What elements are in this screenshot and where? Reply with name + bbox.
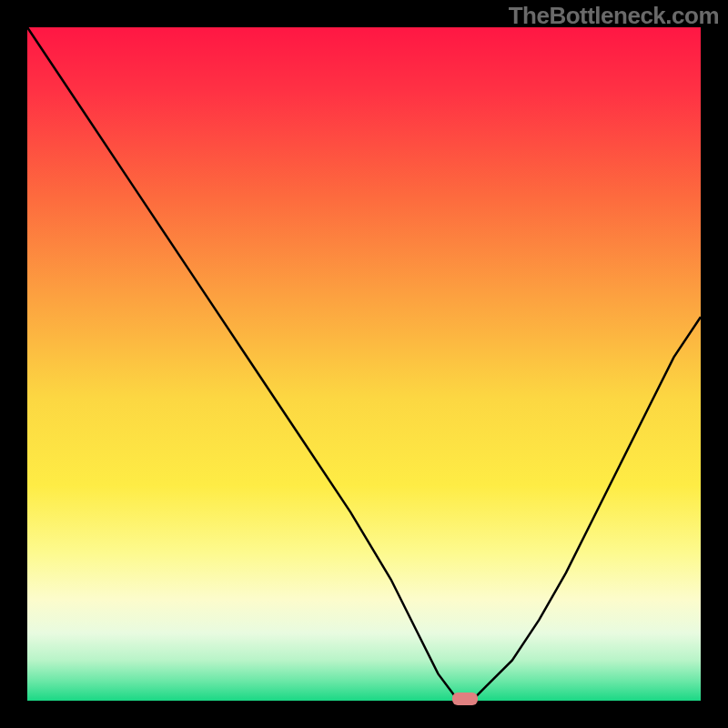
chart-container: TheBottleneck.com [0, 0, 728, 728]
bottleneck-chart [0, 0, 728, 728]
plot-area [27, 27, 701, 701]
optimal-point-marker [452, 693, 478, 705]
watermark-text: TheBottleneck.com [509, 2, 719, 30]
